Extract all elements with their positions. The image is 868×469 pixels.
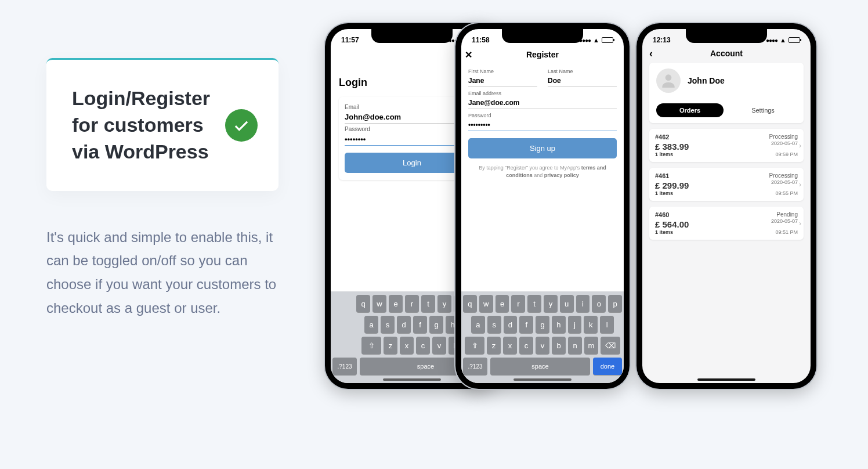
key-o[interactable]: o xyxy=(592,295,606,312)
key-e[interactable]: e xyxy=(496,295,509,312)
key-⇧[interactable]: ⇧ xyxy=(361,337,381,354)
order-time: 09:51 PM xyxy=(775,229,798,235)
phone-notch xyxy=(502,29,583,43)
key-t[interactable]: t xyxy=(527,295,541,312)
feature-description: It's quick and simple to enable this, it… xyxy=(46,226,279,320)
signup-button[interactable]: Sign up xyxy=(468,138,617,158)
lastname-input[interactable]: Doe xyxy=(548,74,617,87)
home-indicator[interactable] xyxy=(513,378,572,381)
key-⌫[interactable]: ⌫ xyxy=(601,337,620,354)
page-title: Register xyxy=(526,50,559,59)
phone-notch xyxy=(686,29,767,43)
order-status: Processing xyxy=(769,134,798,140)
key-y[interactable]: y xyxy=(544,295,558,312)
key-q[interactable]: q xyxy=(356,295,370,312)
signal-icon: ●●●● xyxy=(766,37,777,44)
chevron-right-icon: › xyxy=(799,181,801,189)
key-a[interactable]: a xyxy=(471,316,485,333)
privacy-link[interactable]: privacy policy xyxy=(544,172,579,178)
key-g[interactable]: g xyxy=(429,316,443,333)
close-icon[interactable]: ✕ xyxy=(465,49,472,60)
order-price: £ 564.00 xyxy=(655,219,689,229)
key-done[interactable]: done xyxy=(593,358,622,375)
key-w[interactable]: w xyxy=(479,295,493,312)
phone-register: 11:58 ●●●● ▲ ✕ Register First Name xyxy=(455,23,630,389)
key-f[interactable]: f xyxy=(413,316,427,333)
key-d[interactable]: d xyxy=(504,316,518,333)
order-card[interactable]: #460Pending£ 564.002020-05-071 items09:5… xyxy=(649,207,804,240)
order-id: #461 xyxy=(655,172,669,179)
order-time: 09:55 PM xyxy=(775,190,798,196)
key-r[interactable]: r xyxy=(405,295,419,312)
key-space[interactable]: space xyxy=(490,358,590,375)
key-l[interactable]: l xyxy=(600,316,614,333)
order-card[interactable]: #462Processing£ 383.992020-05-071 items0… xyxy=(649,129,804,162)
order-items: 1 items xyxy=(655,190,673,196)
key-n[interactable]: n xyxy=(568,337,582,354)
check-icon xyxy=(225,109,258,142)
key-x[interactable]: x xyxy=(400,337,414,354)
firstname-input[interactable]: Jane xyxy=(468,74,537,87)
feature-title-line2: for customers xyxy=(72,114,204,136)
key-z[interactable]: z xyxy=(384,337,397,354)
key-v[interactable]: v xyxy=(536,337,549,354)
svg-point-0 xyxy=(666,74,672,81)
status-time: 12:13 xyxy=(653,36,671,44)
tab-settings[interactable]: Settings xyxy=(729,103,797,117)
key-e[interactable]: e xyxy=(389,295,403,312)
key-j[interactable]: j xyxy=(568,316,582,333)
order-id: #460 xyxy=(655,211,669,218)
home-indicator[interactable] xyxy=(697,378,755,381)
key-u[interactable]: u xyxy=(560,295,574,312)
tab-orders[interactable]: Orders xyxy=(656,103,724,117)
key-d[interactable]: d xyxy=(397,316,411,333)
order-date: 2020-05-07 xyxy=(771,140,798,151)
key-c[interactable]: c xyxy=(519,337,533,354)
key-numeric[interactable]: .?123 xyxy=(463,358,487,375)
key-t[interactable]: t xyxy=(421,295,435,312)
key-v[interactable]: v xyxy=(432,337,446,354)
legal-prefix: By tapping "Register" you agree to MyApp… xyxy=(479,165,581,171)
key-r[interactable]: r xyxy=(511,295,525,312)
avatar-icon xyxy=(656,68,681,93)
key-s[interactable]: s xyxy=(381,316,395,333)
order-price: £ 383.99 xyxy=(655,142,689,151)
key-q[interactable]: q xyxy=(463,295,477,312)
phone-account: 12:13 ●●●● ▲ ‹ Account xyxy=(636,23,816,389)
key-m[interactable]: m xyxy=(584,337,598,354)
key-s[interactable]: s xyxy=(487,316,501,333)
back-icon[interactable]: ‹ xyxy=(649,48,653,60)
key-h[interactable]: h xyxy=(552,316,566,333)
key-⇧[interactable]: ⇧ xyxy=(465,337,484,354)
key-c[interactable]: c xyxy=(416,337,430,354)
feature-card: Login/Register for customers via WordPre… xyxy=(46,58,279,191)
profile-name: John Doe xyxy=(688,76,725,85)
key-i[interactable]: i xyxy=(576,295,590,312)
password-label: Password xyxy=(468,113,617,118)
email-input[interactable]: Jane@doe.com xyxy=(468,96,617,109)
battery-icon xyxy=(602,37,613,43)
key-g[interactable]: g xyxy=(536,316,549,333)
feature-title-line3: via WordPress xyxy=(72,140,209,163)
key-k[interactable]: k xyxy=(584,316,598,333)
order-date: 2020-05-07 xyxy=(771,179,798,190)
home-indicator[interactable] xyxy=(383,378,441,381)
password-input[interactable]: ••••••••• xyxy=(468,118,617,131)
key-numeric[interactable]: .?123 xyxy=(332,358,357,375)
key-p[interactable]: p xyxy=(608,295,622,312)
key-a[interactable]: a xyxy=(364,316,378,333)
status-time: 11:57 xyxy=(341,36,359,44)
order-status: Processing xyxy=(769,172,798,179)
key-y[interactable]: y xyxy=(437,295,451,312)
order-status: Pending xyxy=(776,211,798,218)
phone-notch xyxy=(371,29,453,43)
wifi-icon: ▲ xyxy=(780,37,786,44)
key-z[interactable]: z xyxy=(487,337,501,354)
key-x[interactable]: x xyxy=(503,337,517,354)
order-card[interactable]: #461Processing£ 299.992020-05-071 items0… xyxy=(649,168,804,201)
keyboard[interactable]: qwertyuiop asdfghjkl ⇧zxcvbnm⌫ .?123 spa… xyxy=(461,291,624,383)
firstname-label: First Name xyxy=(468,68,537,74)
key-w[interactable]: w xyxy=(372,295,386,312)
key-f[interactable]: f xyxy=(519,316,533,333)
key-b[interactable]: b xyxy=(552,337,566,354)
